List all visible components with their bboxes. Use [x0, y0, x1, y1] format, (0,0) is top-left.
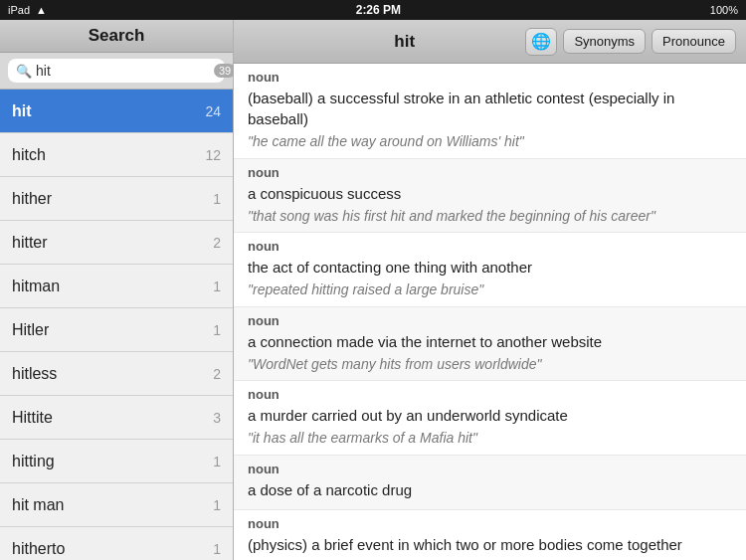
word-text: hither	[12, 190, 52, 208]
word-count: 1	[213, 322, 221, 338]
word-list-item[interactable]: hitch12	[0, 133, 233, 177]
status-time: 2:26 PM	[356, 3, 401, 17]
def-text: the act of contacting one thing with ano…	[248, 257, 732, 278]
def-text: a murder carried out by an underworld sy…	[248, 405, 732, 426]
search-icon: 🔍	[16, 64, 32, 79]
word-text: hitch	[12, 146, 46, 164]
word-text: hit man	[12, 496, 64, 514]
word-list-item[interactable]: Hittite3	[0, 396, 233, 440]
word-text: Hittite	[12, 409, 53, 427]
word-count: 1	[213, 454, 221, 469]
word-text: hitter	[12, 234, 48, 252]
search-count-badge: 39	[214, 64, 236, 78]
def-text: a conspicuous success	[248, 183, 732, 204]
pos-label: noun	[248, 165, 732, 180]
def-example: "he came all the way around on Williams'…	[248, 132, 732, 152]
definition-section: nouna conspicuous success"that song was …	[234, 159, 746, 234]
def-example: "that song was his first hit and marked …	[248, 207, 732, 227]
word-count: 2	[213, 366, 221, 382]
def-example: "it has all the earmarks of a Mafia hit"	[248, 429, 732, 449]
word-count: 1	[213, 541, 221, 557]
definition-section: nouna connection made via the internet t…	[234, 307, 746, 382]
word-list-item[interactable]: hitter2	[0, 221, 233, 265]
pos-label: noun	[248, 462, 732, 476]
left-nav-title: Search	[89, 26, 145, 45]
word-count: 1	[213, 497, 221, 513]
pos-label: noun	[248, 70, 732, 85]
pronounce-button[interactable]: Pronounce	[652, 29, 736, 54]
word-text: Hitler	[12, 321, 49, 339]
def-text: a connection made via the internet to an…	[248, 331, 732, 352]
globe-button[interactable]: 🌐	[525, 28, 557, 56]
word-list-item[interactable]: hitting1	[0, 440, 233, 483]
search-input-wrapper: 🔍 39 ✕	[8, 59, 225, 83]
def-text: (baseball) a successful stroke in an ath…	[248, 88, 732, 129]
pos-label: noun	[248, 313, 732, 328]
definition-section: nounthe act of contacting one thing with…	[234, 233, 746, 307]
word-count: 2	[213, 235, 221, 251]
word-text: hitting	[12, 453, 55, 470]
def-text: (physics) a brief event in which two or …	[248, 534, 732, 555]
word-count: 1	[213, 279, 221, 294]
def-text: a dose of a narcotic drug	[248, 479, 732, 500]
right-nav-title: hit	[291, 32, 517, 52]
status-left: iPad ▲	[8, 4, 47, 16]
word-text: hitless	[12, 365, 57, 383]
word-text: hitherto	[12, 540, 65, 558]
word-list-item[interactable]: hitman1	[0, 265, 233, 308]
status-battery: 100%	[710, 4, 738, 16]
def-example: "repeated hitting raised a large bruise"	[248, 280, 732, 300]
definition-section: nouna dose of a narcotic drug	[234, 456, 746, 510]
word-list-item[interactable]: hit man1	[0, 483, 233, 527]
word-count: 1	[213, 191, 221, 207]
search-bar: 🔍 39 ✕	[0, 53, 233, 90]
synonyms-button[interactable]: Synonyms	[563, 29, 646, 54]
word-count: 3	[213, 410, 221, 426]
wifi-icon: ▲	[36, 4, 47, 16]
definition-content: noun(baseball) a successful stroke in an…	[234, 64, 746, 560]
device-name: iPad	[8, 4, 30, 16]
right-nav-bar: hit 🌐 Synonyms Pronounce	[234, 20, 746, 64]
definition-section: noun(physics) a brief event in which two…	[234, 510, 746, 560]
globe-icon: 🌐	[531, 32, 551, 51]
word-list-item[interactable]: hither1	[0, 177, 233, 221]
pos-label: noun	[248, 387, 732, 402]
def-example: "WordNet gets many hits from users world…	[248, 355, 732, 375]
word-list: hit24hitch12hither1hitter2hitman1Hitler1…	[0, 90, 233, 560]
main-container: Search 🔍 39 ✕ hit24hitch12hither1hitter2…	[0, 20, 746, 560]
left-panel: Search 🔍 39 ✕ hit24hitch12hither1hitter2…	[0, 20, 234, 560]
word-text: hit	[12, 102, 32, 120]
word-count: 12	[205, 147, 221, 163]
search-input[interactable]	[36, 63, 210, 79]
definition-section: nouna murder carried out by an underworl…	[234, 381, 746, 456]
status-bar: iPad ▲ 2:26 PM 100%	[0, 0, 746, 20]
word-list-item[interactable]: hitless2	[0, 352, 233, 396]
pos-label: noun	[248, 516, 732, 531]
pos-label: noun	[248, 239, 732, 254]
word-count: 24	[205, 103, 221, 119]
word-list-item[interactable]: hit24	[0, 90, 233, 133]
definition-section: noun(baseball) a successful stroke in an…	[234, 64, 746, 159]
word-list-item[interactable]: hitherto1	[0, 527, 233, 560]
word-text: hitman	[12, 278, 60, 295]
left-nav-bar: Search	[0, 20, 233, 53]
word-list-item[interactable]: Hitler1	[0, 308, 233, 352]
right-panel: hit 🌐 Synonyms Pronounce noun(baseball) …	[234, 20, 746, 560]
